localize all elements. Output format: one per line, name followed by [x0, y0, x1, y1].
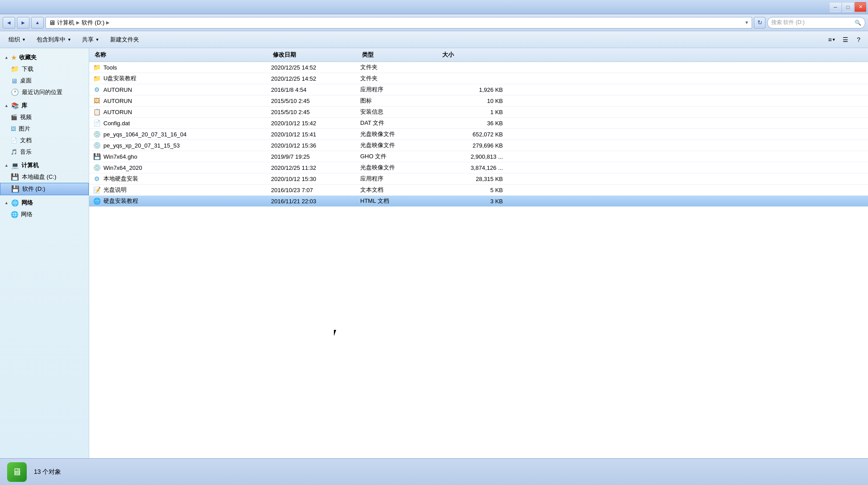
file-area: 名称 修改日期 类型 大小 📁 Tools 2020/12/25 14:52 文…: [89, 48, 868, 458]
sidebar-item-network[interactable]: 🌐 网络: [0, 209, 89, 220]
sidebar: ▲ ★ 收藏夹 📁 下载 🖥 桌面 🕐 最近访问的位置 ▲ 📚 库: [0, 48, 89, 458]
file-size: 3 KB: [440, 198, 512, 205]
file-date: 2020/12/25 14:52: [271, 75, 360, 82]
table-row[interactable]: 🌐 硬盘安装教程 2016/11/21 22:03 HTML 文档 3 KB: [89, 196, 868, 207]
table-row[interactable]: 💿 pe_yqs_xp_20_07_31_15_53 2020/10/12 15…: [89, 140, 868, 151]
breadcrumb-sep-2: ▶: [106, 20, 110, 25]
file-rows: 📁 Tools 2020/12/25 14:52 文件夹 📁 U盘安装教程 20…: [89, 62, 868, 207]
sidebar-item-c-drive[interactable]: 💾 本地磁盘 (C:): [0, 171, 89, 183]
file-type-icon: 💾: [93, 152, 101, 160]
col-header-size[interactable]: 大小: [440, 50, 512, 60]
file-name-cell: 📁 U盘安装教程: [93, 74, 271, 82]
breadcrumb-computer[interactable]: 计算机: [57, 19, 74, 27]
favorites-arrow-icon: ▲: [4, 55, 8, 60]
sidebar-item-desktop[interactable]: 🖥 桌面: [0, 75, 89, 86]
maximize-button[interactable]: □: [842, 2, 854, 12]
file-name-cell: 💿 pe_yqs_1064_20_07_31_16_04: [93, 130, 271, 138]
file-type: 应用程序: [360, 175, 440, 183]
search-bar[interactable]: 搜索 软件 (D:) 🔍: [767, 17, 865, 29]
file-type-icon: 📁: [93, 74, 101, 82]
file-name: Tools: [103, 64, 117, 71]
share-button[interactable]: 共享 ▼: [77, 33, 104, 46]
d-drive-label: 软件 (D:): [22, 185, 45, 193]
network-item-label: 网络: [21, 210, 33, 218]
favorites-header[interactable]: ▲ ★ 收藏夹: [0, 52, 89, 63]
file-name-cell: 💿 pe_yqs_xp_20_07_31_15_53: [93, 141, 271, 149]
dropdown-arrow-icon[interactable]: ▼: [745, 20, 749, 25]
table-row[interactable]: 🖼 AUTORUN 2015/5/10 2:45 图标 10 KB: [89, 95, 868, 107]
sidebar-item-pictures[interactable]: 🖼 图片: [0, 123, 89, 135]
table-row[interactable]: ⚙ AUTORUN 2016/1/8 4:54 应用程序 1,926 KB: [89, 84, 868, 95]
col-header-name[interactable]: 名称: [93, 50, 271, 60]
sidebar-item-video[interactable]: 🎬 视频: [0, 111, 89, 123]
sidebar-item-recent[interactable]: 🕐 最近访问的位置: [0, 86, 89, 98]
statusbar: 🖥 13 个对象: [0, 458, 868, 485]
sidebar-item-documents[interactable]: 📄 文档: [0, 135, 89, 146]
addressbar: ◄ ► ▲ 🖥 计算机 ▶ 软件 (D:) ▶ ▼ ↻ 搜索 软件 (D:) 🔍: [0, 14, 868, 31]
file-date: 2015/5/10 2:45: [271, 98, 360, 104]
library-header[interactable]: ▲ 📚 库: [0, 100, 89, 111]
view-menu-button[interactable]: ≡ ▼: [826, 34, 838, 45]
file-type-icon: 🖼: [93, 97, 101, 105]
table-row[interactable]: 📝 光盘说明 2016/10/23 7:07 文本文档 5 KB: [89, 185, 868, 196]
file-type-icon: 💿: [93, 141, 101, 149]
file-type-icon: 💿: [93, 164, 101, 172]
file-name: Win7x64_2020: [103, 164, 142, 171]
file-date: 2016/1/8 4:54: [271, 86, 360, 93]
search-icon: 🔍: [855, 20, 861, 26]
network-header[interactable]: ▲ 🌐 网络: [0, 197, 89, 209]
help-button[interactable]: ?: [853, 34, 864, 45]
table-row[interactable]: 💿 pe_yqs_1064_20_07_31_16_04 2020/10/12 …: [89, 129, 868, 140]
close-button[interactable]: ✕: [855, 2, 866, 12]
file-type: DAT 文件: [360, 119, 440, 127]
sidebar-item-music[interactable]: 🎵 音乐: [0, 146, 89, 158]
computer-header[interactable]: ▲ 💻 计算机: [0, 160, 89, 171]
favorites-star-icon: ★: [11, 54, 16, 61]
breadcrumb-drive[interactable]: 软件 (D:): [82, 19, 104, 27]
file-size: 652,072 KB: [440, 131, 512, 138]
file-name: 光盘说明: [103, 186, 127, 194]
status-icon-glyph: 🖥: [12, 466, 22, 478]
file-name: 本地硬盘安装: [103, 175, 138, 183]
video-icon: 🎬: [11, 114, 17, 120]
table-row[interactable]: 📄 Config.dat 2020/10/12 15:42 DAT 文件 36 …: [89, 118, 868, 129]
file-type-icon: 💿: [93, 130, 101, 138]
file-date: 2020/10/12 15:30: [271, 176, 360, 182]
table-row[interactable]: 💾 Win7x64.gho 2019/9/7 19:25 GHO 文件 2,90…: [89, 151, 868, 162]
back-button[interactable]: ◄: [3, 17, 15, 29]
file-type: GHO 文件: [360, 152, 440, 160]
file-name: pe_yqs_1064_20_07_31_16_04: [103, 131, 187, 138]
forward-button[interactable]: ►: [17, 17, 29, 29]
refresh-button[interactable]: ↻: [754, 17, 765, 29]
col-header-type[interactable]: 类型: [360, 50, 440, 60]
pictures-label: 图片: [19, 125, 30, 133]
file-type-icon: ⚙: [93, 175, 101, 183]
table-row[interactable]: 📋 AUTORUN 2015/5/10 2:45 安装信息 1 KB: [89, 107, 868, 118]
organize-arrow-icon: ▼: [22, 37, 26, 42]
organize-button[interactable]: 组织 ▼: [4, 33, 31, 46]
up-button[interactable]: ▲: [31, 17, 44, 29]
file-name: AUTORUN: [103, 109, 132, 115]
share-label: 共享: [82, 36, 94, 44]
file-name-cell: 📄 Config.dat: [93, 119, 271, 127]
col-header-date[interactable]: 修改日期: [271, 50, 360, 60]
file-name: pe_yqs_xp_20_07_31_15_53: [103, 142, 180, 149]
table-row[interactable]: 📁 Tools 2020/12/25 14:52 文件夹: [89, 62, 868, 73]
view-icon: ≡: [828, 36, 831, 43]
include-button[interactable]: 包含到库中 ▼: [32, 33, 76, 46]
minimize-button[interactable]: ─: [830, 2, 841, 12]
preview-pane-button[interactable]: ☰: [839, 34, 851, 45]
downloads-folder-icon: 📁: [11, 65, 19, 73]
table-row[interactable]: 💿 Win7x64_2020 2020/12/25 11:32 光盘映像文件 3…: [89, 162, 868, 173]
network-icon: 🌐: [11, 199, 19, 206]
table-row[interactable]: 📁 U盘安装教程 2020/12/25 14:52 文件夹: [89, 73, 868, 84]
main-area: ▲ ★ 收藏夹 📁 下载 🖥 桌面 🕐 最近访问的位置 ▲ 📚 库: [0, 48, 868, 458]
new-folder-button[interactable]: 新建文件夹: [105, 33, 144, 46]
sidebar-item-downloads[interactable]: 📁 下载: [0, 63, 89, 75]
file-type-icon: 📄: [93, 119, 101, 127]
library-arrow-icon: ▲: [4, 103, 8, 108]
file-header: 名称 修改日期 类型 大小: [89, 48, 868, 62]
sidebar-item-d-drive[interactable]: 💾 软件 (D:): [0, 183, 89, 195]
library-section: ▲ 📚 库 🎬 视频 🖼 图片 📄 文档 🎵 音乐: [0, 100, 89, 158]
table-row[interactable]: ⚙ 本地硬盘安装 2020/10/12 15:30 应用程序 28,315 KB: [89, 173, 868, 185]
